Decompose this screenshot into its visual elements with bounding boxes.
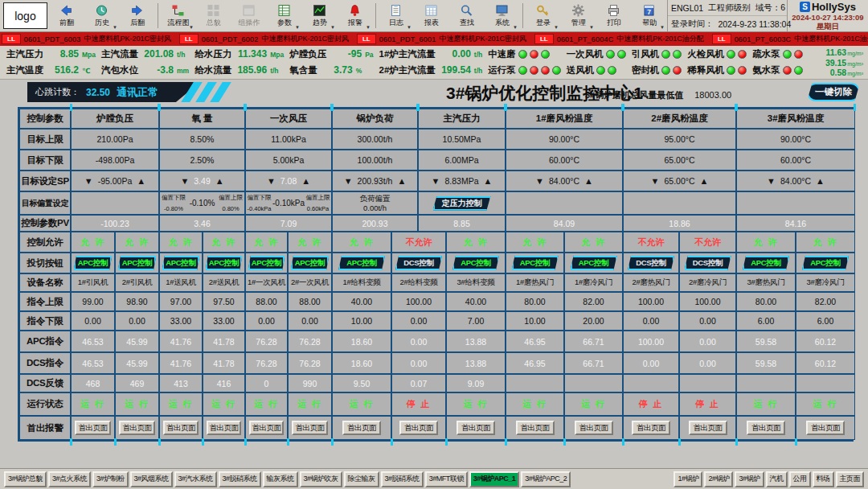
toolbar-button-history[interactable]: 历史▼ <box>84 0 120 31</box>
setpoint-up-arrow[interactable]: ▲ <box>397 177 406 186</box>
nav-button-right-3[interactable]: 汽机 <box>766 471 788 487</box>
nav-button-right-2[interactable]: 3#锅炉 <box>735 471 764 487</box>
setpoint-value[interactable]: 3.49 <box>194 176 210 186</box>
nav-button-left-2[interactable]: 3#炉制粉 <box>92 471 129 487</box>
first-out-page-button[interactable]: 首出页面 <box>119 421 155 435</box>
setpoint-value[interactable]: 8.83MPa <box>444 176 478 186</box>
nav-button-right-6[interactable]: 主页面 <box>836 471 865 487</box>
setpoint-up-arrow[interactable]: ▲ <box>816 177 825 186</box>
nav-button-left-7[interactable]: 3#锅炉吹灰 <box>300 471 342 487</box>
setpoint-down-arrow[interactable]: ▼ <box>267 177 276 186</box>
setpoint-up-arrow[interactable]: ▲ <box>137 177 145 186</box>
setpoint-up-arrow[interactable]: ▲ <box>215 177 224 186</box>
nav-button-left-10[interactable]: 3#MFT联锁 <box>425 471 468 487</box>
apc-control-button[interactable]: APC控制 <box>162 256 200 270</box>
toolbar-button-login[interactable]: 登录▼ <box>526 0 561 31</box>
apc-control-button[interactable]: APC控制 <box>118 256 157 270</box>
setpoint-up-arrow[interactable]: ▲ <box>584 177 593 186</box>
nav-button-left-11[interactable]: 3#锅炉APC_1 <box>469 471 520 487</box>
setpoint-down-arrow[interactable]: ▼ <box>84 177 93 186</box>
nav-button-left-12[interactable]: 3#锅炉APC_2 <box>521 471 571 487</box>
setpoint-value[interactable]: 84.00°C <box>780 176 811 186</box>
apc-control-button[interactable]: APC控制 <box>248 256 285 270</box>
first-out-page-button[interactable]: 首出页面 <box>516 421 555 435</box>
bias-current-value[interactable]: -0.10kPa <box>272 192 305 214</box>
first-out-page-button[interactable]: 首出页面 <box>806 421 845 435</box>
bias-up-label: 偏置上限 <box>219 194 243 202</box>
toolbar-button-back[interactable]: 前翻 <box>49 0 84 31</box>
first-out-page-button[interactable]: 首出页面 <box>292 421 328 435</box>
apc-control-button[interactable]: APC控制 <box>206 256 243 270</box>
nav-button-left-8[interactable]: 除尘输灰 <box>344 471 379 487</box>
first-out-page-button[interactable]: 首出页面 <box>399 421 438 435</box>
nav-button-left-1[interactable]: 3#点火系统 <box>48 471 91 487</box>
toolbar-button-manage[interactable]: 管理▼ <box>561 0 596 31</box>
setpoint-value[interactable]: 84.00°C <box>549 176 579 186</box>
toolbar-button-log[interactable]: 日志▼ <box>379 0 414 31</box>
toolbar-button-print[interactable]: 打印 <box>596 0 632 31</box>
dcs-control-button[interactable]: DCS控制 <box>395 256 442 270</box>
setpoint-down-arrow[interactable]: ▼ <box>344 177 353 186</box>
first-out-page-button[interactable]: 首出页面 <box>163 421 199 435</box>
toolbar-button-trend[interactable]: 趋势▼ <box>302 0 338 31</box>
toolbar-button-flowchart[interactable]: 流程图▼ <box>161 0 196 31</box>
first-out-page-button[interactable]: 首出页面 <box>632 421 670 435</box>
toolbar-button-help[interactable]: 7帮助▼ <box>632 0 667 31</box>
first-out-page-button[interactable]: 首出页面 <box>75 421 111 435</box>
setpoint-value[interactable]: 200.93t/h <box>358 176 393 186</box>
nav-button-left-0[interactable]: 3#锅炉总貌 <box>4 471 47 487</box>
first-out-page-button[interactable]: 首出页面 <box>342 421 381 435</box>
setpoint-down-arrow[interactable]: ▼ <box>535 177 544 186</box>
setpoint-down-arrow[interactable]: ▼ <box>432 177 440 186</box>
alarm-entry[interactable]: LL0601_PDT_6003中速磨料机PK-201C密封风 <box>2 34 171 44</box>
apc-control-button[interactable]: APC控制 <box>452 256 499 270</box>
setpoint-value[interactable]: 65.00°C <box>664 176 694 186</box>
constant-pressure-control-button[interactable]: 定压力控制 <box>433 196 491 211</box>
toolbar-button-forward[interactable]: 后翻 <box>120 0 155 31</box>
nav-button-left-9[interactable]: 3#脱硝系统 <box>381 471 424 487</box>
nav-button-left-6[interactable]: 输灰系统 <box>263 471 298 487</box>
first-out-page-button[interactable]: 首出页面 <box>457 421 495 435</box>
toolbar-button-params[interactable]: 参数▼ <box>267 0 302 31</box>
setpoint-up-arrow[interactable]: ▲ <box>484 177 493 186</box>
setpoint-down-arrow[interactable]: ▼ <box>651 177 660 186</box>
toolbar-button-system[interactable]: 系统▼ <box>485 0 520 31</box>
alarm-entry[interactable]: LL0601_PT_6004C中速磨料机PK-201C油分配 <box>534 34 704 44</box>
nav-button-right-4[interactable]: 公用 <box>789 471 811 487</box>
apc-control-button[interactable]: APC控制 <box>743 256 789 270</box>
setpoint-up-arrow[interactable]: ▲ <box>301 177 310 186</box>
setpoint-up-arrow[interactable]: ▲ <box>700 177 709 186</box>
dcs-control-button[interactable]: DCS控制 <box>685 256 731 270</box>
toolbar-button-search[interactable]: 查找 <box>449 0 485 31</box>
alarm-entry[interactable]: LL0601_PDT_6002中速磨料机PK-201C密封风 <box>179 34 349 44</box>
first-out-page-button[interactable]: 首出页面 <box>249 421 284 435</box>
nav-button-right-5[interactable]: 料场 <box>813 471 834 487</box>
apc-control-button[interactable]: APC控制 <box>338 256 385 270</box>
bias-current-value[interactable]: -0.10% <box>187 192 217 214</box>
nav-button-left-3[interactable]: 3#风烟系统 <box>130 471 173 487</box>
nav-button-right-1[interactable]: 2#锅炉 <box>704 471 733 487</box>
nav-button-left-4[interactable]: 3#汽水系统 <box>174 471 217 487</box>
apc-control-button[interactable]: APC控制 <box>74 256 113 270</box>
apc-control-button[interactable]: APC控制 <box>802 256 849 270</box>
setpoint-value[interactable]: 7.08 <box>280 176 297 186</box>
nav-button-left-5[interactable]: 3#脱硝系统 <box>219 471 261 487</box>
first-out-page-button[interactable]: 首出页面 <box>575 421 613 435</box>
alarm-entry[interactable]: LL0601_PT_6003C中速磨料机PK-201C油分配 <box>712 34 868 44</box>
nav-button-right-0[interactable]: 1#锅炉 <box>674 471 702 487</box>
first-out-page-button[interactable]: 首出页面 <box>689 421 727 435</box>
toolbar-button-report[interactable]: 报表 <box>414 0 449 31</box>
alarm-entry[interactable]: LL0601_PDT_6001中速磨料机PK-201C密封风 <box>357 34 526 44</box>
one-key-cutoff-button[interactable]: 一键切除 <box>807 83 860 101</box>
apc-control-button[interactable]: APC控制 <box>291 256 330 270</box>
setpoint-down-arrow[interactable]: ▼ <box>180 177 189 186</box>
first-out-page-button[interactable]: 首出页面 <box>747 421 785 435</box>
cyan-tick <box>70 438 72 446</box>
setpoint-value[interactable]: -95.00Pa <box>98 176 133 186</box>
first-out-page-button[interactable]: 首出页面 <box>207 421 241 435</box>
apc-control-button[interactable]: APC控制 <box>512 256 559 270</box>
apc-control-button[interactable]: APC控制 <box>571 256 617 270</box>
dcs-control-button[interactable]: DCS控制 <box>628 256 674 270</box>
setpoint-down-arrow[interactable]: ▼ <box>767 177 776 186</box>
toolbar-button-alarm[interactable]: 报警▼ <box>338 0 373 31</box>
